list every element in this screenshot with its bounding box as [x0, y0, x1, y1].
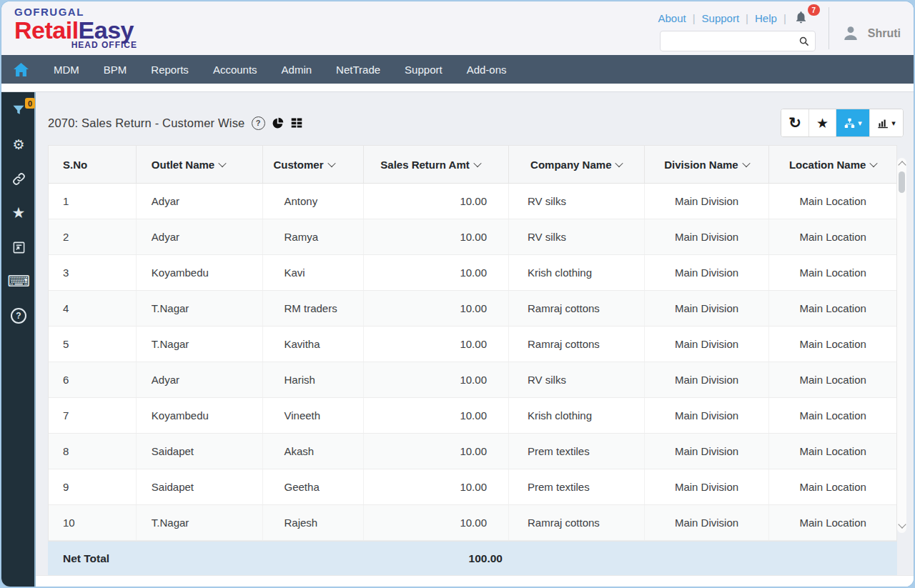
- column-header-s-no: S.No: [49, 146, 137, 183]
- column-label: Outlet Name: [152, 159, 214, 171]
- home-button[interactable]: [13, 62, 29, 77]
- link-button[interactable]: [11, 171, 26, 186]
- nav-item-admin[interactable]: Admin: [282, 64, 312, 76]
- refresh-icon: ↻: [788, 115, 801, 130]
- table-row[interactable]: 10T.NagarRajesh10.00Ramraj cottonsMain D…: [49, 505, 896, 541]
- settings-button[interactable]: ⚙: [11, 136, 26, 152]
- table-cell: Koyambedu: [137, 398, 263, 433]
- global-search[interactable]: [660, 31, 816, 51]
- table-cell: Main Location: [769, 398, 896, 433]
- table-row[interactable]: 8SaidapetAkash10.00Prem textilesMain Div…: [49, 434, 896, 469]
- column-dropdown-icon[interactable]: [742, 159, 750, 167]
- header-divider: [829, 7, 829, 49]
- column-label: Customer: [274, 159, 324, 171]
- nav-item-bpm[interactable]: BPM: [104, 64, 127, 76]
- nav-item-add-ons[interactable]: Add-ons: [467, 64, 507, 76]
- table-cell: 10.00: [364, 291, 509, 326]
- nav-item-accounts[interactable]: Accounts: [213, 64, 257, 76]
- table-row[interactable]: 1AdyarAntony10.00RV silksMain DivisionMa…: [49, 184, 896, 219]
- column-dropdown-icon[interactable]: [870, 159, 878, 167]
- header-links: About|Support|Help| 7: [658, 10, 812, 26]
- notifications-button[interactable]: 7: [794, 10, 813, 26]
- nav-item-nettrade[interactable]: NetTrade: [336, 64, 380, 76]
- table-cell: RV silks: [509, 219, 645, 254]
- table-cell: RV silks: [509, 184, 645, 219]
- nav-item-reports[interactable]: Reports: [151, 64, 189, 76]
- table-cell: 10.00: [364, 219, 509, 254]
- table-cell: Prem textiles: [509, 469, 645, 504]
- table-cell: Main Division: [645, 219, 770, 254]
- table-cell: Koyambedu: [137, 255, 263, 290]
- caret-down-icon: ▾: [891, 119, 896, 127]
- table-row[interactable]: 3KoyambeduKavi10.00Krish clothingMain Di…: [49, 255, 896, 291]
- table-cell: T.Nagar: [137, 291, 263, 326]
- table-cell: Krish clothing: [509, 398, 645, 433]
- keyboard-button[interactable]: ⌨: [11, 274, 26, 289]
- favorites-button[interactable]: ★: [11, 205, 26, 221]
- table-cell: Ramraj cottons: [509, 327, 645, 362]
- nav-item-support[interactable]: Support: [405, 64, 442, 76]
- column-label: Location Name: [789, 159, 866, 171]
- table-cell: Vineeth: [263, 398, 365, 433]
- column-header-customer: Customer: [263, 146, 365, 183]
- refresh-button[interactable]: ↻: [781, 109, 808, 136]
- header-link-support[interactable]: Support: [702, 12, 740, 24]
- filter-button[interactable]: 0: [11, 102, 26, 118]
- table-cell: T.Nagar: [137, 505, 263, 540]
- filter-badge: 0: [25, 98, 35, 109]
- chart-view-button[interactable]: ▾: [869, 109, 903, 136]
- table-cell: 10.00: [364, 434, 509, 469]
- table-cell: Adyar: [137, 184, 263, 219]
- nav-item-mdm[interactable]: MDM: [54, 64, 79, 76]
- scroll-down-icon[interactable]: [898, 520, 906, 528]
- table-cell: Main Division: [645, 362, 770, 397]
- main-content: 2070: Sales Return - Customer Wise ? ↻ ★…: [36, 92, 914, 587]
- table-cell: Main Location: [769, 505, 896, 540]
- table-cell: Saidapet: [137, 469, 263, 504]
- net-total-row: Net Total 100.00: [48, 542, 897, 575]
- report-window-button[interactable]: [11, 239, 26, 255]
- net-total-label: Net Total: [48, 552, 277, 565]
- search-input[interactable]: [666, 35, 798, 48]
- table-cell: 7: [49, 398, 137, 433]
- favorite-button[interactable]: ★: [808, 109, 836, 136]
- table-cell: 8: [49, 434, 137, 469]
- table-scrollbar[interactable]: [897, 158, 906, 533]
- table-row[interactable]: 2AdyarRamya10.00RV silksMain DivisionMai…: [49, 219, 896, 255]
- table-cell: Main Location: [769, 184, 896, 219]
- nav-items: MDMBPMReportsAccountsAdminNetTradeSuppor…: [54, 64, 507, 76]
- scrollbar-thumb[interactable]: [899, 171, 905, 193]
- view-toolbar: ↻ ★ ▾ ▾: [781, 109, 904, 137]
- column-label: Division Name: [664, 159, 738, 171]
- bar-chart-icon: [877, 117, 889, 129]
- table-row[interactable]: 9SaidapetGeetha10.00Prem textilesMain Di…: [49, 469, 896, 505]
- column-label: Company Name: [530, 159, 611, 171]
- table-row[interactable]: 6AdyarHarish10.00RV silksMain DivisionMa…: [49, 362, 896, 398]
- column-dropdown-icon[interactable]: [219, 159, 227, 167]
- column-dropdown-icon[interactable]: [473, 159, 481, 167]
- table-row[interactable]: 7KoyambeduVineeth10.00Krish clothingMain…: [49, 398, 896, 434]
- content-footer-area: [36, 575, 914, 587]
- help-button[interactable]: ?: [11, 308, 26, 324]
- header-link-about[interactable]: About: [658, 12, 686, 24]
- table-cell: Main Location: [769, 362, 896, 397]
- table-grid-icon[interactable]: [290, 117, 303, 129]
- table-cell: Main Location: [769, 255, 896, 290]
- table-row[interactable]: 5T.NagarKavitha10.00Ramraj cottonsMain D…: [49, 327, 896, 362]
- table-row[interactable]: 4T.NagarRM traders10.00Ramraj cottonsMai…: [49, 291, 896, 327]
- column-header-location-name: Location Name: [769, 146, 896, 183]
- column-dropdown-icon[interactable]: [327, 159, 335, 167]
- report-help-icon[interactable]: ?: [252, 116, 265, 130]
- header-link-help[interactable]: Help: [755, 12, 777, 24]
- table-cell: 10.00: [364, 362, 509, 397]
- table-cell: Main Location: [769, 434, 896, 469]
- user-menu[interactable]: Shruti: [841, 1, 901, 55]
- column-dropdown-icon[interactable]: [615, 159, 623, 167]
- table-cell: 10.00: [364, 255, 509, 290]
- pie-chart-icon[interactable]: [272, 117, 284, 129]
- column-label: S.No: [63, 159, 87, 171]
- table-cell: 10: [49, 505, 137, 540]
- hierarchy-view-button[interactable]: ▾: [836, 109, 869, 136]
- search-icon[interactable]: [798, 35, 809, 47]
- scroll-up-icon[interactable]: [898, 161, 906, 169]
